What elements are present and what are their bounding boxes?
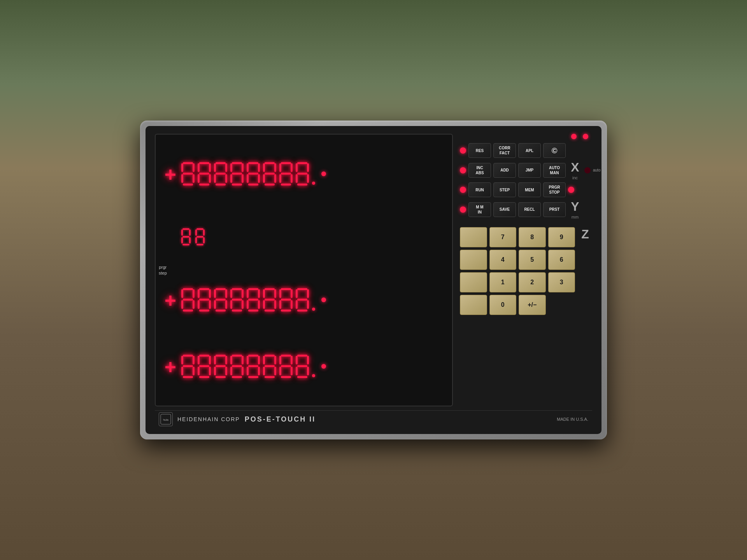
brand-made: MADE IN U.S.A. (557, 417, 588, 422)
apl-button[interactable]: APL (518, 143, 541, 158)
brand-bar: huta HEIDENHAIN CORP POS-E-TOUCH II MADE… (155, 410, 592, 428)
mm-led (460, 206, 466, 213)
z-digit-7 (279, 354, 293, 379)
x-axis-label: X (568, 160, 582, 175)
c-button[interactable]: © (543, 143, 566, 158)
res-button[interactable]: RES (468, 143, 491, 158)
y-digit-2 (197, 287, 212, 312)
auto-label: auto (593, 168, 600, 172)
x-digit-4 (230, 161, 244, 186)
x-led (460, 167, 466, 173)
btn-row-3: RUN STEP MEM PRGRSTOP (460, 182, 592, 197)
y-digit-5 (246, 287, 261, 312)
z-digit-1 (181, 354, 195, 379)
mm-in-button[interactable]: M MIN (468, 202, 491, 217)
z-digit-5 (246, 354, 261, 379)
y-sign: + (163, 289, 177, 311)
z-digit-8 (295, 354, 310, 379)
numpad: 7 8 9 4 5 6 1 2 3 (460, 227, 575, 315)
y-digit-3 (213, 287, 228, 312)
z-axis-label: Z (578, 227, 592, 242)
num1-button[interactable]: 1 (489, 272, 517, 292)
add-button[interactable]: ADD (493, 163, 516, 178)
num0-button[interactable]: 0 (489, 295, 517, 315)
y-digit-4 (230, 287, 244, 312)
y-axis-label: Y (568, 200, 582, 214)
y-digit-6 (262, 287, 277, 312)
num4-button[interactable]: 4 (489, 250, 517, 270)
display-area: prgr step + (155, 134, 453, 406)
z-sign: + (163, 355, 177, 377)
y-seg-display (181, 287, 315, 312)
x-row-indicator (321, 172, 326, 176)
x-digit-8 (295, 161, 310, 186)
numpad-blank-1 (460, 227, 487, 247)
num3-button[interactable]: 3 (548, 272, 575, 292)
svg-text:huta: huta (163, 418, 168, 421)
y-digit-8 (295, 287, 310, 312)
prgr-step-label: prgr step (159, 264, 167, 276)
top-led-2 (583, 134, 588, 139)
numpad-blank-2 (460, 250, 487, 270)
auto-man-button[interactable]: AUTOMAN (543, 163, 566, 178)
x-digit-2 (197, 161, 212, 186)
prst-button[interactable]: PRST (543, 202, 566, 217)
device-enclosure: prgr step + (140, 121, 607, 439)
y-axis-group: Y mm (568, 200, 582, 219)
z-decimal (312, 374, 315, 377)
brand-model: POS-E-TOUCH II (245, 415, 316, 424)
step-button[interactable]: STEP (493, 182, 516, 197)
jmp-button[interactable]: JMP (518, 163, 541, 178)
small-digit-1 (181, 228, 191, 246)
recl-button[interactable]: RECL (518, 202, 541, 217)
num7-button[interactable]: 7 (489, 227, 517, 247)
numpad-blank-4 (460, 295, 487, 315)
save-button[interactable]: SAVE (493, 202, 516, 217)
prgr-stop-button[interactable]: PRGRSTOP (543, 182, 566, 197)
y-row-indicator (321, 298, 326, 302)
numpad-blank-3 (460, 272, 487, 292)
z-digit-3 (213, 354, 228, 379)
z-digit-2 (197, 354, 212, 379)
num6-button[interactable]: 6 (548, 250, 575, 270)
small-digit-2 (195, 228, 205, 246)
plus-minus-button[interactable]: +/− (519, 295, 546, 315)
small-display-row (181, 228, 444, 246)
mem-button[interactable]: MEM (518, 182, 541, 197)
y-digit-1 (181, 287, 195, 312)
top-led-1 (571, 134, 577, 139)
x-digit-1 (181, 161, 195, 186)
z-axis-group: Z (578, 224, 592, 315)
num5-button[interactable]: 5 (519, 250, 546, 270)
z-row-indicator (321, 364, 326, 369)
x-axis-sub: inc (572, 175, 578, 180)
y-display-row: + (163, 287, 444, 312)
btn-row-2: INCABS ADD JMP AUTOMAN X inc auto (460, 160, 592, 180)
brand-name: HEIDENHAIN CORP (177, 416, 240, 422)
corr-fact-button[interactable]: CORRFACT (493, 143, 516, 158)
btn-row-4: M MIN SAVE RECL PRST Y mm (460, 200, 592, 219)
inc-abs-button[interactable]: INCABS (468, 163, 491, 178)
top-leds (460, 134, 592, 139)
res-led (460, 147, 466, 154)
z-display-row: + (163, 354, 444, 379)
device-panel: prgr step + (146, 126, 601, 434)
controls-area: RES CORRFACT APL © INCABS ADD JMP AUTOMA… (460, 134, 592, 406)
num2-button[interactable]: 2 (519, 272, 546, 292)
num9-button[interactable]: 9 (548, 227, 575, 247)
x-decimal (312, 182, 315, 185)
x-axis-group: X inc (568, 160, 582, 180)
prgr-stop-led (568, 187, 574, 193)
run-button[interactable]: RUN (468, 182, 491, 197)
z-digit-4 (230, 354, 244, 379)
btn-row-1: RES CORRFACT APL © (460, 143, 592, 158)
x-digit-3 (213, 161, 228, 186)
y-decimal (312, 308, 315, 311)
run-led (460, 187, 466, 193)
x-seg-display (181, 161, 315, 186)
x-digit-6 (262, 161, 277, 186)
z-digit-6 (262, 354, 277, 379)
y-axis-sub: mm (572, 215, 579, 219)
num8-button[interactable]: 8 (519, 227, 546, 247)
brand-logo: huta (159, 412, 173, 426)
